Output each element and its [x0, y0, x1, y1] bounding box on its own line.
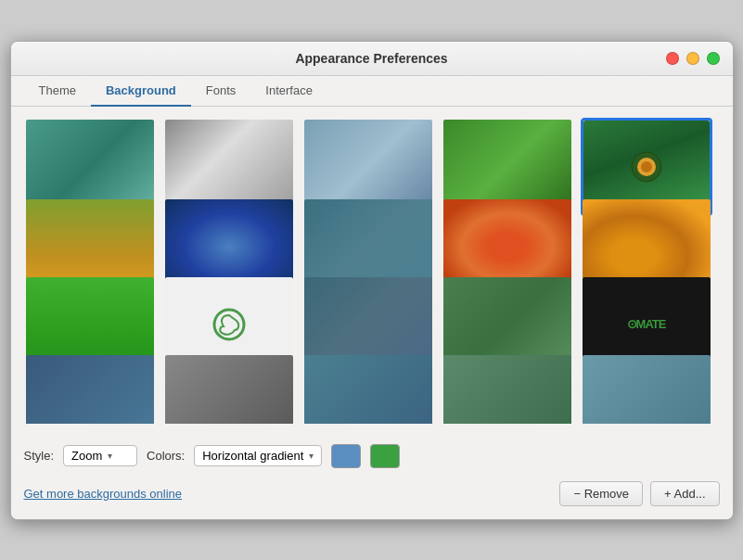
colors-dropdown-arrow: ▾	[309, 451, 314, 461]
close-button[interactable]	[666, 52, 679, 65]
get-more-backgrounds-link[interactable]: Get more backgrounds online	[24, 487, 183, 501]
wallpaper-grid-container: ⊙MATE	[24, 118, 720, 424]
color-swatch-1[interactable]	[331, 444, 361, 468]
tab-theme[interactable]: Theme	[24, 76, 91, 107]
wallpaper-item[interactable]	[581, 353, 712, 424]
wallpaper-item[interactable]	[163, 353, 295, 424]
window-title: Appearance Preferences	[295, 51, 447, 66]
wallpaper-item[interactable]	[24, 353, 156, 424]
style-value: Zoom	[71, 449, 102, 463]
wallpaper-grid: ⊙MATE	[24, 118, 720, 424]
remove-button[interactable]: − Remove	[559, 481, 643, 506]
tab-interface[interactable]: Interface	[250, 76, 327, 107]
titlebar: Appearance Preferences	[11, 42, 733, 76]
wallpaper-item[interactable]	[442, 353, 573, 424]
colors-label: Colors:	[147, 449, 185, 463]
add-button[interactable]: + Add...	[650, 481, 719, 506]
tab-bar: Theme Background Fonts Interface	[11, 76, 733, 107]
tab-background[interactable]: Background	[91, 76, 191, 107]
colors-dropdown[interactable]: Horizontal gradient ▾	[194, 445, 322, 466]
minimize-button[interactable]	[686, 52, 699, 65]
svg-point-2	[641, 161, 652, 172]
style-label: Style:	[24, 449, 55, 463]
wallpaper-content: ⊙MATE	[11, 107, 733, 435]
maximize-button[interactable]	[707, 52, 720, 65]
style-controls-bar: Style: Zoom ▾ Colors: Horizontal gradien…	[11, 435, 733, 474]
color-swatch-2[interactable]	[370, 444, 400, 468]
wallpaper-item[interactable]	[302, 353, 434, 424]
window-controls	[666, 52, 720, 65]
style-dropdown[interactable]: Zoom ▾	[63, 445, 137, 466]
style-dropdown-arrow: ▾	[108, 451, 112, 461]
colors-value: Horizontal gradient	[202, 449, 303, 463]
footer-bar: Get more backgrounds online − Remove + A…	[11, 474, 733, 519]
tab-fonts[interactable]: Fonts	[191, 76, 251, 107]
appearance-preferences-window: Appearance Preferences Theme Background …	[10, 41, 734, 520]
footer-buttons: − Remove + Add...	[559, 481, 719, 506]
